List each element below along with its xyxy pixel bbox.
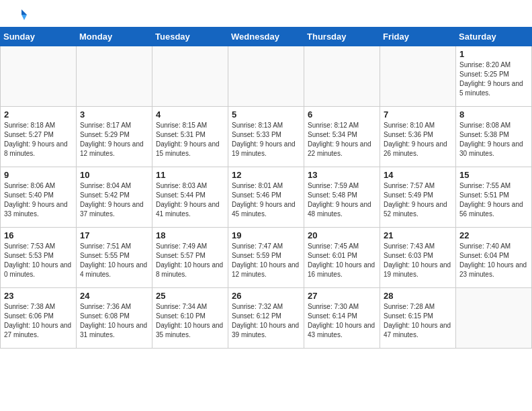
week-row-4: 16Sunrise: 7:53 AM Sunset: 5:53 PM Dayli… [1,228,532,288]
day-number: 17 [80,230,148,240]
day-number: 1 [459,49,528,59]
day-cell: 2Sunrise: 8:18 AM Sunset: 5:27 PM Daylig… [1,107,77,167]
day-cell: 16Sunrise: 7:53 AM Sunset: 5:53 PM Dayli… [1,228,77,288]
day-cell: 25Sunrise: 7:34 AM Sunset: 6:10 PM Dayli… [152,288,228,349]
day-number: 23 [4,291,73,301]
day-cell: 19Sunrise: 7:47 AM Sunset: 5:59 PM Dayli… [228,228,304,288]
day-number: 10 [80,170,148,180]
day-info: Sunrise: 7:57 AM Sunset: 5:49 PM Dayligh… [384,181,452,219]
day-number: 15 [459,170,528,180]
day-number: 7 [384,109,452,120]
day-number: 14 [384,170,452,180]
day-number: 28 [384,291,452,301]
day-number: 4 [156,109,224,120]
day-cell [456,288,532,349]
day-number: 19 [232,230,300,240]
day-cell [228,46,304,107]
day-cell: 3Sunrise: 8:17 AM Sunset: 5:29 PM Daylig… [77,107,152,167]
week-row-1: 1Sunrise: 8:20 AM Sunset: 5:25 PM Daylig… [1,46,532,107]
day-cell [1,46,77,107]
weekday-saturday: Saturday [456,28,532,46]
day-info: Sunrise: 8:20 AM Sunset: 5:25 PM Dayligh… [459,60,528,98]
day-cell: 4Sunrise: 8:15 AM Sunset: 5:31 PM Daylig… [152,107,228,167]
weekday-monday: Monday [77,28,152,46]
day-cell: 21Sunrise: 7:43 AM Sunset: 6:03 PM Dayli… [380,228,456,288]
svg-marker-0 [21,9,27,15]
day-number: 6 [308,109,376,120]
day-info: Sunrise: 7:38 AM Sunset: 6:06 PM Dayligh… [4,302,73,340]
logo-icon [15,8,28,21]
day-number: 2 [4,109,73,120]
day-info: Sunrise: 7:43 AM Sunset: 6:03 PM Dayligh… [384,242,452,279]
day-info: Sunrise: 8:18 AM Sunset: 5:27 PM Dayligh… [4,121,73,158]
day-number: 18 [156,230,224,240]
day-cell: 1Sunrise: 8:20 AM Sunset: 5:25 PM Daylig… [456,46,532,107]
day-info: Sunrise: 7:30 AM Sunset: 6:14 PM Dayligh… [308,302,376,340]
day-info: Sunrise: 7:49 AM Sunset: 5:57 PM Dayligh… [156,242,224,279]
day-cell: 5Sunrise: 8:13 AM Sunset: 5:33 PM Daylig… [228,107,304,167]
day-cell: 20Sunrise: 7:45 AM Sunset: 6:01 PM Dayli… [304,228,380,288]
weekday-thursday: Thursday [304,28,380,46]
day-info: Sunrise: 8:15 AM Sunset: 5:31 PM Dayligh… [156,121,224,158]
day-info: Sunrise: 7:40 AM Sunset: 6:04 PM Dayligh… [459,242,528,279]
day-info: Sunrise: 8:01 AM Sunset: 5:46 PM Dayligh… [232,181,300,219]
svg-marker-1 [21,15,27,20]
day-cell: 22Sunrise: 7:40 AM Sunset: 6:04 PM Dayli… [456,228,532,288]
week-row-2: 2Sunrise: 8:18 AM Sunset: 5:27 PM Daylig… [1,107,532,167]
day-cell [304,46,380,107]
day-number: 16 [4,230,73,240]
day-number: 11 [156,170,224,180]
day-number: 9 [4,170,73,180]
weekday-friday: Friday [380,28,456,46]
day-info: Sunrise: 8:17 AM Sunset: 5:29 PM Dayligh… [80,121,148,158]
day-cell: 17Sunrise: 7:51 AM Sunset: 5:55 PM Dayli… [77,228,152,288]
day-info: Sunrise: 7:36 AM Sunset: 6:08 PM Dayligh… [80,302,148,340]
day-number: 24 [80,291,148,301]
day-cell: 15Sunrise: 7:55 AM Sunset: 5:51 PM Dayli… [456,167,532,228]
weekday-header-row: SundayMondayTuesdayWednesdayThursdayFrid… [1,28,532,46]
day-cell: 11Sunrise: 8:03 AM Sunset: 5:44 PM Dayli… [152,167,228,228]
day-number: 8 [459,109,528,120]
day-number: 20 [308,230,376,240]
day-info: Sunrise: 7:32 AM Sunset: 6:12 PM Dayligh… [232,302,300,340]
day-cell: 9Sunrise: 8:06 AM Sunset: 5:40 PM Daylig… [1,167,77,228]
day-cell: 8Sunrise: 8:08 AM Sunset: 5:38 PM Daylig… [456,107,532,167]
day-cell: 28Sunrise: 7:28 AM Sunset: 6:15 PM Dayli… [380,288,456,349]
day-info: Sunrise: 8:12 AM Sunset: 5:34 PM Dayligh… [308,121,376,158]
day-cell [152,46,228,107]
day-info: Sunrise: 8:08 AM Sunset: 5:38 PM Dayligh… [459,121,528,158]
day-number: 12 [232,170,300,180]
day-cell: 23Sunrise: 7:38 AM Sunset: 6:06 PM Dayli… [1,288,77,349]
logo [13,11,28,21]
day-cell: 18Sunrise: 7:49 AM Sunset: 5:57 PM Dayli… [152,228,228,288]
day-number: 21 [384,230,452,240]
day-info: Sunrise: 8:04 AM Sunset: 5:42 PM Dayligh… [80,181,148,219]
day-cell: 13Sunrise: 7:59 AM Sunset: 5:48 PM Dayli… [304,167,380,228]
day-cell: 10Sunrise: 8:04 AM Sunset: 5:42 PM Dayli… [77,167,152,228]
day-number: 26 [232,291,300,301]
day-number: 27 [308,291,376,301]
day-info: Sunrise: 8:10 AM Sunset: 5:36 PM Dayligh… [384,121,452,158]
header [0,0,532,27]
day-info: Sunrise: 7:47 AM Sunset: 5:59 PM Dayligh… [232,242,300,279]
day-info: Sunrise: 7:51 AM Sunset: 5:55 PM Dayligh… [80,242,148,279]
day-info: Sunrise: 7:55 AM Sunset: 5:51 PM Dayligh… [459,181,528,219]
day-info: Sunrise: 7:59 AM Sunset: 5:48 PM Dayligh… [308,181,376,219]
day-number: 3 [80,109,148,120]
calendar: SundayMondayTuesdayWednesdayThursdayFrid… [0,27,532,349]
week-row-5: 23Sunrise: 7:38 AM Sunset: 6:06 PM Dayli… [1,288,532,349]
day-cell: 14Sunrise: 7:57 AM Sunset: 5:49 PM Dayli… [380,167,456,228]
day-cell: 12Sunrise: 8:01 AM Sunset: 5:46 PM Dayli… [228,167,304,228]
day-info: Sunrise: 7:45 AM Sunset: 6:01 PM Dayligh… [308,242,376,279]
weekday-tuesday: Tuesday [152,28,228,46]
day-info: Sunrise: 8:03 AM Sunset: 5:44 PM Dayligh… [156,181,224,219]
day-cell: 7Sunrise: 8:10 AM Sunset: 5:36 PM Daylig… [380,107,456,167]
day-cell [380,46,456,107]
day-cell: 24Sunrise: 7:36 AM Sunset: 6:08 PM Dayli… [77,288,152,349]
day-number: 5 [232,109,300,120]
weekday-sunday: Sunday [1,28,77,46]
week-row-3: 9Sunrise: 8:06 AM Sunset: 5:40 PM Daylig… [1,167,532,228]
day-cell: 26Sunrise: 7:32 AM Sunset: 6:12 PM Dayli… [228,288,304,349]
day-number: 13 [308,170,376,180]
day-cell: 27Sunrise: 7:30 AM Sunset: 6:14 PM Dayli… [304,288,380,349]
